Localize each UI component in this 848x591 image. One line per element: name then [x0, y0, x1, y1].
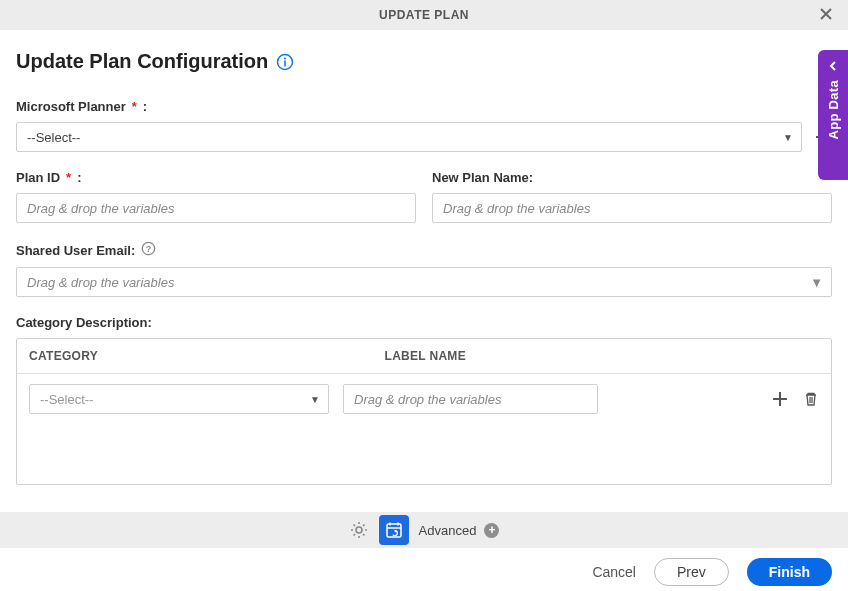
dialog-content: Update Plan Configuration Microsoft Plan… [0, 30, 848, 497]
help-icon[interactable]: ? [141, 241, 156, 259]
info-icon[interactable] [276, 53, 294, 71]
plan-id-label: Plan ID*: [16, 170, 416, 185]
category-description-label: Category Description: [16, 315, 832, 330]
svg-rect-2 [284, 60, 286, 66]
advanced-button[interactable]: Advanced + [419, 523, 500, 538]
planner-label: Microsoft Planner*: [16, 99, 832, 114]
label-name-input[interactable] [343, 384, 598, 414]
table-row: --Select-- ▼ [17, 374, 831, 424]
new-plan-name-input[interactable] [432, 193, 832, 223]
gear-icon[interactable] [349, 520, 369, 540]
cancel-button[interactable]: Cancel [592, 564, 636, 580]
footer-toolbar: Advanced + [0, 512, 848, 548]
new-plan-name-label: New Plan Name: [432, 170, 832, 185]
category-select[interactable]: --Select-- ▼ [29, 384, 329, 414]
app-data-label: App Data [826, 80, 841, 139]
planner-selected-value: --Select-- [27, 130, 80, 145]
column-label-name: LABEL NAME [385, 349, 820, 363]
calendar-icon[interactable] [379, 515, 409, 545]
category-table: CATEGORY LABEL NAME --Select-- ▼ [16, 338, 832, 485]
svg-point-1 [284, 57, 286, 59]
required-mark: * [66, 170, 71, 185]
advanced-label: Advanced [419, 523, 477, 538]
dialog-header: UPDATE PLAN [0, 0, 848, 30]
prev-button[interactable]: Prev [654, 558, 729, 586]
planner-select[interactable]: --Select-- ▼ [16, 122, 802, 152]
delete-row-button[interactable] [803, 391, 819, 407]
svg-text:?: ? [146, 244, 152, 254]
category-table-header: CATEGORY LABEL NAME [17, 339, 831, 374]
chevron-left-icon [827, 60, 839, 72]
plus-icon: + [484, 523, 499, 538]
dialog-title: UPDATE PLAN [379, 8, 469, 22]
finish-button[interactable]: Finish [747, 558, 832, 586]
chevron-down-icon: ▼ [810, 275, 823, 290]
close-icon[interactable] [818, 6, 834, 25]
shared-user-email-input[interactable]: Drag & drop the variables ▼ [16, 267, 832, 297]
required-mark: * [132, 99, 137, 114]
dialog-actions: Cancel Prev Finish [592, 558, 832, 586]
category-selected-value: --Select-- [40, 392, 93, 407]
column-category: CATEGORY [29, 349, 385, 363]
svg-point-5 [356, 527, 362, 533]
page-title: Update Plan Configuration [16, 50, 268, 73]
app-data-tab[interactable]: App Data [818, 50, 848, 180]
chevron-down-icon: ▼ [310, 394, 320, 405]
add-row-button[interactable] [771, 390, 789, 408]
chevron-down-icon: ▼ [783, 132, 793, 143]
plan-id-input[interactable] [16, 193, 416, 223]
shared-user-email-label: Shared User Email: ? [16, 241, 832, 259]
